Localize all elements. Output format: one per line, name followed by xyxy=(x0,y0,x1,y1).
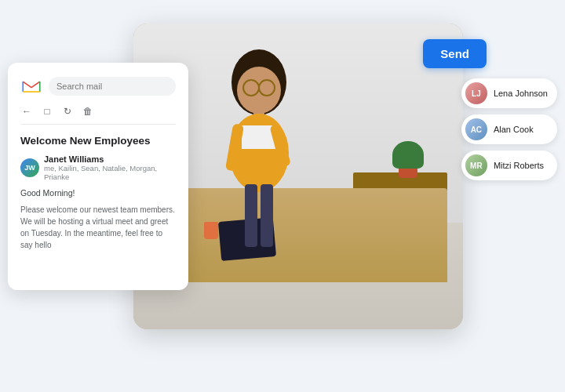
recipient-name-lena: Lena Johnson xyxy=(494,89,548,98)
back-icon[interactable]: ← xyxy=(20,105,33,118)
recipient-avatar-lena: LJ xyxy=(465,82,487,104)
refresh-icon[interactable]: ↻ xyxy=(61,105,74,118)
plant-leaves xyxy=(392,141,424,169)
recipient-card-mitzi: MR Mitzi Roberts xyxy=(461,151,557,180)
plant-pot xyxy=(399,169,417,178)
recipient-avatar-alan: AC xyxy=(465,118,487,140)
gmail-header xyxy=(20,75,176,97)
email-body: Good Morning! Please welcome our newest … xyxy=(20,187,176,252)
email-body-text: Please welcome our newest team members. … xyxy=(20,204,176,251)
archive-icon[interactable]: □ xyxy=(41,105,53,118)
recipient-card-alan: AC Alan Cook xyxy=(461,114,557,144)
recipient-name-alan: Alan Cook xyxy=(494,125,534,134)
sender-recipients: me, Kailin, Sean, Natalie, Morgan, Prian… xyxy=(44,164,176,181)
gmail-card: ← □ ↻ 🗑 Welcome New Employees JW Janet W… xyxy=(8,63,188,290)
email-subject: Welcome New Employees xyxy=(20,134,176,148)
sender-name: Janet Williams xyxy=(44,154,176,164)
email-greeting: Good Morning! xyxy=(20,187,176,200)
recipient-name-mitzi: Mitzi Roberts xyxy=(494,161,544,170)
recipients-panel: LJ Lena Johnson AC Alan Cook MR Mitzi Ro… xyxy=(461,78,557,180)
person-figure xyxy=(180,39,337,290)
sender-info: Janet Williams me, Kailin, Sean, Natalie… xyxy=(44,154,176,181)
sender-row: JW Janet Williams me, Kailin, Sean, Nata… xyxy=(20,154,176,181)
svg-rect-8 xyxy=(245,184,257,247)
gmail-toolbar: ← □ ↻ 🗑 xyxy=(20,105,176,125)
delete-icon[interactable]: 🗑 xyxy=(82,105,94,118)
scene: ← □ ↻ 🗑 Welcome New Employees JW Janet W… xyxy=(0,0,565,392)
recipient-card-lena: LJ Lena Johnson xyxy=(461,78,557,108)
gmail-search-input[interactable] xyxy=(49,77,176,96)
plant xyxy=(392,141,424,176)
gmail-logo xyxy=(20,75,42,97)
sender-avatar: JW xyxy=(20,158,39,177)
recipient-avatar-mitzi: MR xyxy=(465,154,487,176)
send-button[interactable]: Send xyxy=(423,39,487,68)
svg-rect-9 xyxy=(261,184,273,247)
